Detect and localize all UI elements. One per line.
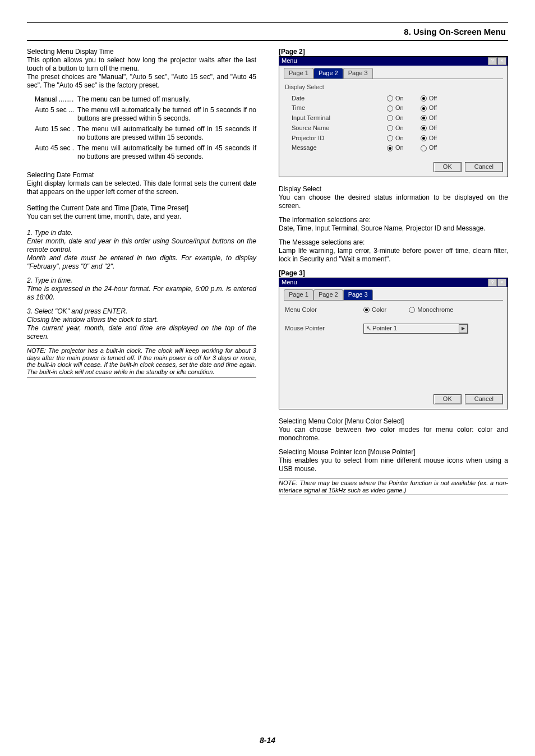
tab-page2[interactable]: Page 2 [313, 68, 343, 79]
desc: The menu will automatically be turned of… [77, 106, 256, 123]
option-label: Date [292, 95, 387, 103]
radio-on[interactable]: On [387, 104, 404, 112]
heading-menu-color: Selecting Menu Color [Menu Color Select] [279, 417, 508, 426]
text: The Message selections are: [279, 238, 508, 247]
tab-page2[interactable]: Page 2 [313, 289, 343, 300]
display-select-row: Source NameOnOff [284, 123, 503, 133]
text: The information selections are: [279, 216, 508, 224]
term: Manual ........ [35, 95, 77, 104]
step-heading: 3. Select "OK" and press ENTER. [27, 307, 256, 316]
display-select-row: Projector IDOnOff [284, 133, 503, 144]
text: Lamp life warning, lamp error, 3-minute … [279, 247, 508, 264]
text: Eight display formats can be selected. T… [27, 179, 256, 196]
dialog-titlebar: Menu ? × [279, 57, 508, 66]
heading-display-select: Display Select [279, 185, 508, 193]
definition-list: Manual ........The menu can be turned of… [35, 95, 256, 161]
radio-off[interactable]: Off [421, 144, 437, 152]
tab-strip: Page 1 Page 2 Page 3 [284, 289, 503, 301]
left-column: Selecting Menu Display Time This option … [27, 48, 256, 495]
step-text: Closing the window allows the clock to s… [27, 316, 256, 324]
text: You can choose between two color modes f… [279, 426, 508, 442]
dialog-titlebar: Menu ? × [279, 278, 508, 287]
desc: The menu will automatically be turned of… [77, 144, 256, 161]
tab-page3[interactable]: Page 3 [343, 68, 373, 79]
radio-on[interactable]: On [387, 114, 404, 122]
radio-on[interactable]: On [387, 144, 404, 152]
step-text: The current year, month, date and time a… [27, 324, 256, 341]
text: The preset choices are "Manual", "Auto 5… [27, 73, 256, 90]
option-label: Message [292, 144, 387, 152]
help-icon[interactable]: ? [488, 279, 497, 287]
option-label: Source Name [292, 125, 387, 132]
term: Auto 15 sec . [35, 125, 77, 142]
heading-date-format: Selecting Date Format [27, 171, 256, 179]
heading-mouse-pointer: Selecting Mouse Pointer Icon [Mouse Poin… [279, 448, 508, 457]
note-pointer: NOTE: There may be cases where the Point… [279, 478, 508, 495]
tab-page1[interactable]: Page 1 [284, 289, 313, 300]
radio-off[interactable]: Off [421, 95, 437, 103]
option-label: Time [292, 104, 387, 112]
section-title: 8. Using On-Screen Menu [404, 27, 506, 36]
radio-off[interactable]: Off [421, 114, 437, 122]
heading-menu-time: Selecting Menu Display Time [27, 48, 256, 56]
term: Auto 45 sec . [35, 144, 77, 161]
step-text: Month and date must be entered in two di… [27, 254, 256, 271]
tab-strip: Page 1 Page 2 Page 3 [284, 68, 503, 79]
text: This enables you to select from nine dif… [279, 457, 508, 473]
right-column: [Page 2] Menu ? × Page 1 Page 2 Page 3 D… [279, 48, 508, 495]
step-heading: 1. Type in date. [27, 229, 256, 237]
radio-on[interactable]: On [387, 135, 404, 142]
close-icon[interactable]: × [497, 57, 506, 65]
cancel-button[interactable]: Cancel [465, 394, 503, 404]
cancel-button[interactable]: Cancel [465, 162, 503, 172]
mouse-pointer-label: Mouse Pointer [285, 325, 363, 333]
desc: The menu will automatically be turned of… [77, 125, 256, 142]
menu-dialog-page2: Menu ? × Page 1 Page 2 Page 3 Display Se… [279, 56, 508, 177]
menu-dialog-page3: Menu ? × Page 1 Page 2 Page 3 Menu Color… [279, 278, 508, 409]
display-select-row: DateOnOff [284, 94, 503, 104]
radio-off[interactable]: Off [421, 125, 437, 132]
heading-datetime: Setting the Current Date and Time [Date,… [27, 204, 256, 213]
page2-label: [Page 2] [279, 48, 508, 56]
ok-button[interactable]: OK [433, 162, 462, 172]
display-select-row: Input TerminalOnOff [284, 113, 503, 123]
help-icon[interactable]: ? [488, 57, 497, 65]
display-select-row: MessageOnOff [284, 143, 503, 153]
radio-on[interactable]: On [387, 95, 404, 103]
step-heading: 2. Type in time. [27, 276, 256, 285]
tab-page3[interactable]: Page 3 [343, 289, 373, 300]
text: You can choose the desired status inform… [279, 193, 508, 210]
header-rule: 8. Using On-Screen Menu [27, 22, 508, 41]
dialog-title: Menu [282, 279, 297, 287]
display-select-row: TimeOnOff [284, 103, 503, 113]
radio-off[interactable]: Off [421, 135, 437, 142]
step-text: Enter month, date and year in this order… [27, 237, 256, 254]
text: Date, Time, Input Terminal, Source Name,… [279, 224, 508, 233]
radio-off[interactable]: Off [421, 104, 437, 112]
option-label: Projector ID [292, 135, 387, 142]
pointer-icon: ↖ [366, 325, 371, 333]
radio-monochrome[interactable]: Monochrome [409, 306, 453, 314]
radio-color[interactable]: Color [363, 306, 386, 314]
display-select-label: Display Select [284, 84, 503, 91]
note-clock: NOTE: The projector has a built-in clock… [27, 345, 256, 377]
menu-color-label: Menu Color [285, 306, 363, 314]
desc: The menu can be turned off manually. [77, 95, 256, 104]
tab-page1[interactable]: Page 1 [284, 68, 313, 79]
term: Auto 5 sec ... [35, 106, 77, 123]
close-icon[interactable]: × [497, 279, 506, 287]
text: You can set the current time, month, dat… [27, 213, 256, 221]
page3-label: [Page 3] [279, 269, 508, 278]
option-label: Input Terminal [292, 114, 387, 122]
dialog-title: Menu [282, 57, 297, 65]
mouse-pointer-select[interactable]: ↖ Pointer 1 ▶ [363, 324, 468, 334]
mouse-pointer-value: Pointer 1 [372, 325, 397, 333]
text: This option allows you to select how lon… [27, 56, 256, 73]
radio-on[interactable]: On [387, 125, 404, 132]
chevron-right-icon[interactable]: ▶ [459, 324, 468, 333]
step-text: Time is expressed in the 24-hour format.… [27, 285, 256, 302]
ok-button[interactable]: OK [433, 394, 462, 404]
page-number: 8-14 [0, 736, 535, 745]
